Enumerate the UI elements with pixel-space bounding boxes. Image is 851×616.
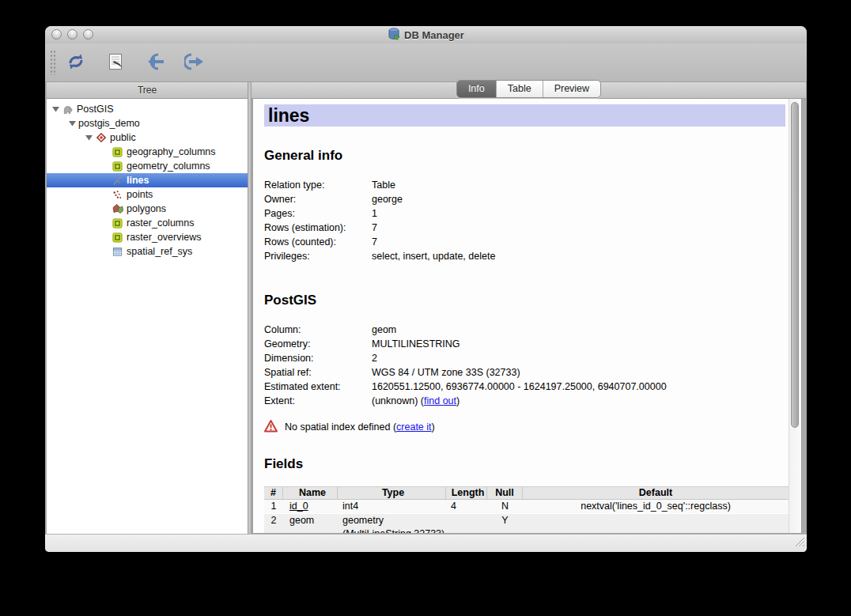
sql-window-button[interactable] — [103, 50, 128, 75]
zoom-button[interactable] — [83, 29, 93, 40]
info-label: Geometry: — [264, 337, 372, 351]
tree-item-PostGIS[interactable]: PostGIS — [47, 102, 248, 116]
tree-item-label: lines — [127, 175, 153, 186]
warning-text: No spatial index defined (create it) — [285, 421, 435, 433]
info-value: WGS 84 / UTM zone 33S (32733) — [372, 365, 785, 380]
tree-item-points[interactable]: points — [47, 187, 248, 202]
postgis-heading: PostGIS — [264, 292, 785, 308]
info-label: Extent: — [264, 394, 372, 408]
postgis-elephant-icon — [62, 104, 74, 115]
refresh-icon — [66, 52, 85, 74]
fields-column-header: Length — [446, 487, 487, 499]
info-value: (unknown) (find out) — [372, 394, 785, 408]
titlebar[interactable]: DB Manager — [45, 26, 807, 43]
tree-item-label: public — [110, 132, 139, 143]
fields-table-cell: 1 — [264, 500, 283, 513]
schema-diamond-icon — [95, 132, 107, 143]
tree-item-polygons[interactable]: polygons — [47, 202, 248, 216]
info-value: 2 — [372, 351, 785, 365]
find-out-link[interactable]: find out — [424, 395, 456, 406]
disclosure-triangle-icon[interactable] — [50, 106, 62, 112]
info-value: 7 — [372, 221, 785, 235]
fields-table-cell: geom — [283, 514, 338, 533]
minimize-button[interactable] — [67, 29, 78, 40]
info-value: 1620551.12500, 6936774.00000 - 1624197.2… — [372, 380, 785, 394]
tree-item-lines[interactable]: lines — [47, 173, 248, 187]
fields-table-cell: nextval('lines_id_0_seq'::regclass) — [523, 500, 789, 513]
fields-column-header: Type — [338, 487, 446, 499]
info-value: MULTILINESTRING — [372, 337, 785, 351]
fields-table-row: 2geomgeometry (MultiLineString,32733)Y — [264, 514, 789, 533]
tree-item-geometry_columns[interactable]: geometry_columns — [47, 159, 248, 173]
detail-panel: InfoTablePreview lines General info Rela… — [252, 82, 805, 534]
close-button[interactable] — [51, 29, 62, 40]
tree-item-geography_columns[interactable]: geography_columns — [47, 145, 248, 159]
tree-panel: Tree PostGISpostgis_demopublicgeography_… — [47, 82, 248, 534]
points-geometry-icon — [112, 190, 123, 200]
table-green-icon — [112, 161, 123, 172]
tab-info[interactable]: Info — [457, 81, 497, 97]
fields-table-header: #NameTypeLengthNullDefault — [264, 486, 789, 500]
info-value: geom — [372, 323, 785, 337]
window-title-area: DB Manager — [388, 28, 464, 43]
export-layer-button[interactable] — [182, 50, 207, 75]
info-row: Rows (counted):7 — [264, 235, 785, 249]
tab-table[interactable]: Table — [497, 81, 543, 97]
disclosure-triangle-icon[interactable] — [66, 120, 78, 127]
export-arrow-icon — [184, 53, 205, 73]
resize-grip-icon[interactable] — [794, 536, 805, 550]
db-manager-window: DB Manager Tree PostGISpostgis_demopubli… — [45, 26, 807, 552]
info-label: Pages: — [264, 206, 372, 221]
tab-preview[interactable]: Preview — [543, 81, 600, 97]
info-row: Pages:1 — [264, 206, 785, 221]
fields-table-cell: id_0 — [283, 500, 338, 513]
tree-item-raster_overviews[interactable]: raster_overviews — [47, 230, 248, 244]
tree-item-label: spatial_ref_sys — [127, 246, 195, 257]
toolbar-drag-handle[interactable] — [50, 50, 55, 75]
fields-column-header: # — [264, 487, 283, 499]
tree-item-label: postgis_demo — [78, 118, 143, 129]
info-label: Rows (counted): — [264, 235, 372, 249]
fields-column-header: Null — [487, 487, 523, 499]
info-label: Relation type: — [264, 178, 372, 192]
import-layer-button[interactable] — [142, 50, 168, 75]
general-info-heading: General info — [264, 147, 785, 164]
postgis-rows: Column:geomGeometry:MULTILINESTRINGDimen… — [264, 323, 785, 408]
tree-item-label: raster_overviews — [127, 232, 204, 243]
info-value: 7 — [372, 235, 785, 249]
tree-item-public[interactable]: public — [47, 130, 248, 145]
info-row: Estimated extent:1620551.12500, 6936774.… — [264, 380, 785, 394]
field-name: id_0 — [289, 501, 308, 512]
window-controls — [51, 29, 93, 40]
info-label: Column: — [264, 323, 372, 337]
sql-window-icon — [108, 53, 123, 73]
tree-panel-header: Tree — [47, 82, 248, 99]
table-title: lines — [268, 105, 309, 126]
info-row: Relation type:Table — [264, 178, 785, 192]
tree-item-label: points — [127, 189, 156, 200]
fields-heading: Fields — [264, 455, 785, 472]
info-label: Estimated extent: — [264, 380, 372, 394]
fields-table-cell — [523, 514, 789, 533]
refresh-button[interactable] — [63, 50, 89, 75]
tree-item-label: geometry_columns — [127, 161, 214, 172]
create-it-link[interactable]: create it — [396, 421, 431, 433]
tree-item-spatial_ref_sys[interactable]: spatial_ref_sys — [47, 244, 248, 259]
info-label: Dimension: — [264, 351, 372, 365]
warning-triangle-icon — [264, 420, 278, 435]
tree-item-postgis_demo[interactable]: postgis_demo — [47, 116, 248, 130]
tree-item-raster_columns[interactable]: raster_columns — [47, 216, 248, 230]
fields-table-cell: 2 — [264, 514, 283, 533]
info-label: Privileges: — [264, 249, 372, 263]
info-page: lines General info Relation type:TableOw… — [253, 99, 789, 533]
tree-list: PostGISpostgis_demopublicgeography_colum… — [47, 99, 248, 534]
info-row: Rows (estimation):7 — [264, 221, 785, 235]
spatial-index-warning: No spatial index defined (create it) — [264, 419, 785, 435]
disclosure-triangle-icon[interactable] — [83, 134, 95, 141]
table-plain-icon — [112, 247, 123, 257]
window-title: DB Manager — [404, 29, 464, 41]
vertical-scrollbar[interactable] — [789, 99, 801, 533]
scrollbar-thumb[interactable] — [791, 102, 799, 428]
fields-column-header: Name — [283, 487, 338, 499]
fields-table-cell: 4 — [446, 500, 487, 513]
